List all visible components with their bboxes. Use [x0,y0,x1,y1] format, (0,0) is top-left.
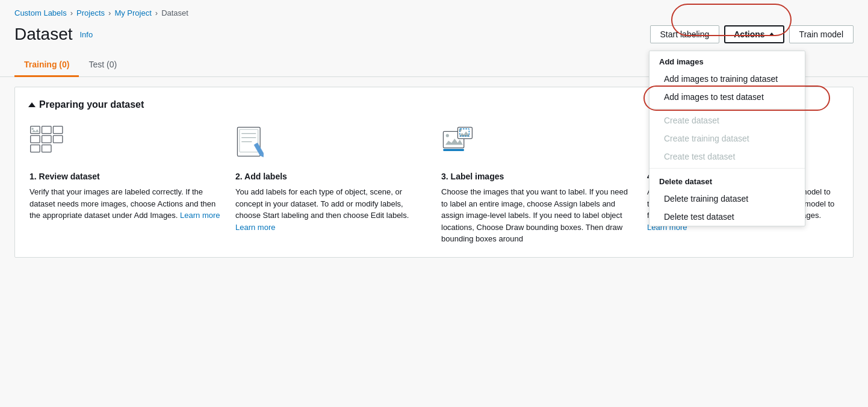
dropdown-divider-1 [649,108,805,109]
svg-rect-7 [42,145,51,152]
dropdown-section-add-images: Add images [649,51,805,70]
page-header: Dataset Info Start labeling Actions Trai… [0,22,868,54]
delete-training-dataset-item[interactable]: Delete training dataset [649,190,805,208]
add-labels-icon [235,125,271,161]
actions-button-wrapper: Actions [724,25,784,43]
actions-arrow-icon [769,33,775,36]
breadcrumb-custom-labels[interactable]: Custom Labels [14,8,67,17]
breadcrumb-current: Dataset [161,8,188,17]
header-actions: Start labeling Actions Train model Add i… [650,25,854,43]
breadcrumb: Custom Labels › Projects › My Project › … [0,0,868,22]
step-2-learn-more[interactable]: Learn more [235,223,275,232]
svg-rect-4 [42,135,51,143]
svg-rect-0 [31,126,40,134]
create-test-dataset-item: Create test dataset [649,148,805,166]
breadcrumb-projects[interactable]: Projects [76,8,105,17]
create-dataset-item: Create dataset [649,111,805,129]
breadcrumb-chevron-2: › [108,8,111,17]
breadcrumb-chevron-3: › [155,8,158,17]
breadcrumb-my-project[interactable]: My Project [114,8,151,17]
label-images-icon [441,125,477,161]
step-1-body: Verify that your images are labeled corr… [29,186,221,222]
info-link[interactable]: Info [80,30,93,39]
step-2-title: 2. Add labels [235,172,427,181]
review-dataset-icon [29,125,66,161]
step-3-icon [441,122,633,164]
section-title-text: Preparing your dataset [39,99,144,110]
page-title: Dataset [14,25,73,44]
step-1: 1. Review dataset Verify that your image… [29,122,221,245]
tab-test[interactable]: Test (0) [79,54,126,77]
tab-training[interactable]: Training (0) [14,54,79,77]
actions-button-label: Actions [734,30,764,39]
create-training-dataset-item: Create training dataset [649,129,805,148]
step-1-learn-more[interactable]: Learn more [180,211,220,220]
step-1-icon [29,122,221,164]
dropdown-divider-2 [649,168,805,169]
actions-dropdown-menu: Add images Add images to training datase… [649,51,805,226]
svg-rect-3 [31,135,40,143]
step-1-title: 1. Review dataset [29,172,221,181]
collapse-icon[interactable] [28,102,36,107]
svg-rect-1 [42,126,51,134]
page-title-area: Dataset Info [14,25,93,44]
svg-rect-5 [53,135,62,143]
svg-rect-2 [53,126,62,134]
svg-rect-6 [31,145,40,152]
delete-test-dataset-item[interactable]: Delete test dataset [649,208,805,226]
add-images-training-item[interactable]: Add images to training dataset [649,70,805,88]
breadcrumb-chevron-1: › [70,8,73,17]
dropdown-section-delete: Delete dataset [649,171,805,190]
step-3-title: 3. Label images [441,172,633,181]
step-3-body: Choose the images that you want to label… [441,186,633,245]
svg-point-17 [446,134,449,137]
svg-point-8 [31,128,33,129]
actions-button[interactable]: Actions [724,25,784,43]
svg-rect-14 [254,143,264,155]
step-3: 3. Label images Choose the images that y… [441,122,633,245]
start-labeling-button[interactable]: Start labeling [650,25,720,43]
add-images-test-item[interactable]: Add images to test dataset [649,88,805,106]
step-2: 2. Add labels You add labels for each ty… [235,122,427,245]
svg-rect-21 [443,149,463,151]
add-training-item-wrapper: Add images to training dataset [649,70,805,88]
step-2-icon [235,122,427,164]
train-model-button[interactable]: Train model [789,25,854,43]
svg-rect-10 [240,129,258,152]
step-2-body: You add labels for each type of object, … [235,186,427,233]
